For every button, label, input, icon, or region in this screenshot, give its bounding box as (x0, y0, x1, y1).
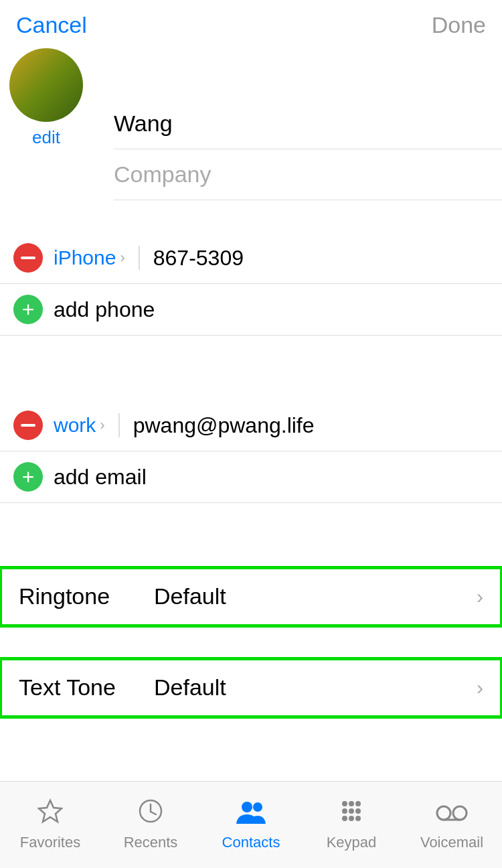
email-row: work › pwang@pwang.life (0, 400, 502, 451)
recents-label: Recents (124, 834, 178, 851)
phone-row: iPhone › 867-5309 (0, 232, 502, 284)
svg-marker-0 (39, 800, 62, 822)
svg-point-10 (349, 808, 354, 814)
email-divider (118, 413, 120, 437)
svg-point-7 (349, 801, 354, 806)
keypad-icon (339, 798, 364, 830)
svg-point-5 (253, 802, 262, 812)
voicemail-icon (435, 798, 469, 830)
svg-point-16 (453, 806, 467, 820)
ringtone-value: Default (154, 583, 226, 609)
ringtone-label: Ringtone (19, 583, 146, 609)
contacts-label: Contacts (222, 834, 280, 851)
recents-icon (138, 798, 163, 830)
email-label-button[interactable]: work › (54, 414, 105, 437)
add-phone-button[interactable] (13, 295, 43, 324)
svg-point-4 (242, 802, 252, 812)
phone-label-text: iPhone (54, 246, 116, 269)
email-label-chevron: › (100, 417, 104, 434)
contacts-icon (236, 798, 266, 830)
cancel-button[interactable]: Cancel (16, 12, 87, 38)
text-tone-chevron: › (477, 676, 483, 699)
tab-bar: Favorites Recents Contacts (0, 781, 502, 868)
edit-photo-button[interactable]: edit (32, 127, 60, 148)
keypad-label: Keypad (327, 834, 377, 851)
favorites-label: Favorites (20, 834, 80, 851)
svg-point-15 (437, 806, 450, 820)
ringtone-row[interactable]: Ringtone Default › (0, 567, 502, 626)
add-phone-row[interactable]: add phone (0, 284, 502, 336)
text-tone-value: Default (154, 674, 226, 701)
phone-value[interactable]: 867-5309 (153, 246, 489, 271)
email-label-text: work (54, 414, 96, 437)
add-email-row[interactable]: add email (0, 451, 502, 503)
ringtone-chevron: › (477, 585, 483, 608)
tab-contacts[interactable]: Contacts (204, 798, 298, 851)
tab-recents[interactable]: Recents (104, 798, 197, 851)
name-section: Wang Company (114, 45, 502, 200)
email-value[interactable]: pwang@pwang.life (133, 413, 489, 438)
add-email-label: add email (54, 465, 147, 490)
favorites-icon (37, 798, 63, 830)
svg-point-11 (355, 808, 361, 814)
add-email-button[interactable] (13, 462, 43, 492)
avatar-section: edit (9, 48, 83, 148)
header: Cancel Done (0, 0, 502, 45)
remove-phone-button[interactable] (13, 243, 43, 273)
company-field[interactable]: Company (114, 149, 502, 200)
svg-point-13 (349, 816, 354, 821)
svg-point-6 (342, 801, 347, 806)
tab-voicemail[interactable]: Voicemail (405, 798, 499, 851)
tab-favorites[interactable]: Favorites (3, 798, 97, 851)
svg-point-14 (355, 816, 361, 821)
svg-line-3 (151, 812, 156, 814)
text-tone-label: Text Tone (19, 674, 146, 701)
phone-label-chevron: › (120, 249, 124, 267)
phone-divider (139, 246, 140, 270)
add-phone-label: add phone (54, 297, 155, 322)
done-button[interactable]: Done (432, 12, 486, 38)
svg-point-8 (355, 801, 361, 806)
last-name-field[interactable]: Wang (114, 98, 502, 149)
svg-point-9 (342, 808, 347, 814)
voicemail-label: Voicemail (420, 834, 483, 851)
phone-label-button[interactable]: iPhone › (54, 246, 125, 269)
text-tone-row[interactable]: Text Tone Default › (0, 658, 502, 717)
svg-point-12 (342, 816, 347, 821)
avatar[interactable] (9, 48, 83, 122)
remove-email-button[interactable] (13, 411, 43, 440)
tab-keypad[interactable]: Keypad (305, 798, 398, 851)
